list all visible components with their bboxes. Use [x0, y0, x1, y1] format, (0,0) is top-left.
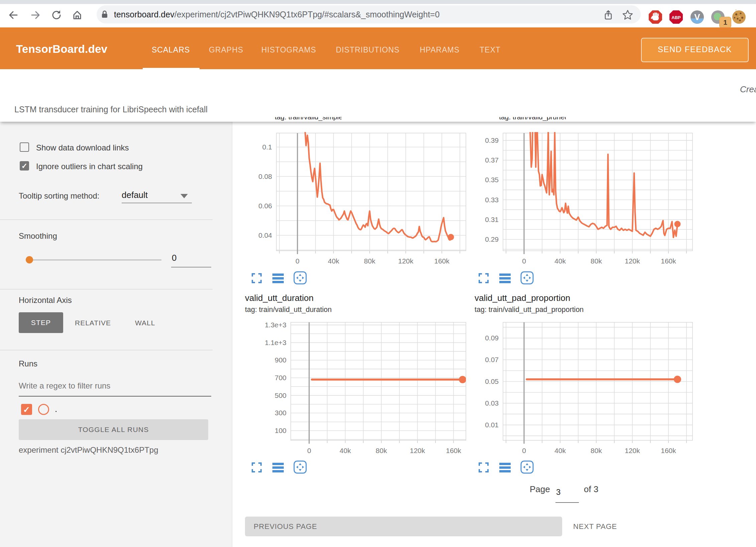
svg-text:1.3e+3: 1.3e+3	[265, 321, 286, 329]
send-feedback-button[interactable]: SEND FEEDBACK	[641, 38, 749, 62]
tab-distributions[interactable]: DISTRIBUTIONS	[336, 45, 400, 54]
settings-sidebar	[0, 122, 232, 547]
runs-selector-icon[interactable]	[272, 462, 284, 472]
svg-text:0.08: 0.08	[258, 173, 272, 180]
runs-selector-icon[interactable]	[499, 273, 511, 283]
svg-text:120k: 120k	[625, 257, 640, 265]
show-download-links-label: Show data download links	[36, 143, 129, 152]
browser-tab-strip	[0, 0, 756, 4]
runs-selector-icon[interactable]	[499, 462, 511, 472]
divider	[0, 219, 213, 220]
tooltip-sorting-dropdown[interactable]: default	[122, 190, 148, 200]
runs-selector-icon[interactable]	[272, 273, 284, 283]
svg-text:120k: 120k	[625, 447, 640, 454]
chart-title: valid_utt_pad_proportion	[475, 293, 570, 303]
next-page-button[interactable]: NEXT PAGE	[573, 517, 617, 536]
run-name-label: .	[55, 404, 57, 414]
svg-text:0.03: 0.03	[485, 399, 499, 407]
app-logo[interactable]: TensorBoard.dev	[16, 43, 107, 56]
back-icon[interactable]	[7, 9, 19, 21]
abp-extension-icon[interactable]: ABP	[669, 10, 683, 24]
svg-text:1.1e+3: 1.1e+3	[265, 339, 286, 346]
home-icon[interactable]	[71, 9, 83, 21]
chart-valid-utt-duration[interactable]: 1003005007009001.1e+31.3e+3040k80k120k16…	[245, 318, 471, 459]
forward-icon[interactable]	[30, 9, 42, 21]
fit-domain-icon[interactable]	[520, 271, 534, 285]
page-total-label: of 3	[584, 484, 598, 495]
show-download-links-checkbox[interactable]	[20, 142, 29, 152]
chart-valid-utt-pad-proportion[interactable]: 0.010.030.050.070.09040k80k120k160k	[472, 318, 698, 459]
svg-text:0: 0	[295, 257, 299, 265]
svg-text:0.06: 0.06	[258, 202, 272, 210]
tab-graphs[interactable]: GRAPHS	[209, 45, 243, 54]
ignore-outliers-checkbox[interactable]	[20, 161, 29, 171]
cropped-chart-tag-2: tag: train/valid_pruned_loss	[499, 117, 566, 122]
tab-text[interactable]: TEXT	[480, 45, 501, 54]
lock-icon	[100, 10, 109, 19]
experiment-id-label: experiment cj2vtPiwQHKN9Q1tx6PTpg	[19, 445, 158, 455]
tab-histograms[interactable]: HISTOGRAMS	[261, 45, 316, 54]
share-icon[interactable]	[603, 9, 614, 21]
fit-domain-icon[interactable]	[293, 460, 307, 474]
fit-domain-icon[interactable]	[293, 271, 307, 285]
svg-text:700: 700	[275, 374, 286, 381]
adblock-extension-icon[interactable]	[648, 10, 663, 24]
expand-chart-icon[interactable]	[479, 462, 489, 472]
expand-chart-icon[interactable]	[479, 273, 489, 283]
svg-text:900: 900	[275, 356, 286, 364]
url-text[interactable]: tensorboard.dev/experiment/cj2vtPiwQHKN9…	[114, 10, 439, 19]
svg-text:0.31: 0.31	[485, 216, 499, 223]
page-number-input[interactable]: 3	[556, 487, 560, 497]
cookie-extension-icon[interactable]	[732, 10, 746, 24]
svg-text:80k: 80k	[591, 257, 602, 265]
svg-text:80k: 80k	[591, 447, 602, 454]
tensorboard-page: tensorboard.dev/experiment/cj2vtPiwQHKN9…	[0, 0, 756, 547]
svg-text:160k: 160k	[661, 447, 676, 454]
smoothing-slider-thumb[interactable]	[26, 256, 33, 263]
bookmark-star-icon[interactable]	[622, 9, 633, 21]
expand-chart-icon[interactable]	[252, 273, 262, 283]
axis-step-button[interactable]: STEP	[19, 312, 63, 333]
run-color-swatch	[38, 404, 49, 415]
chart-valid-pruned-loss[interactable]: 0.290.310.330.350.370.39040k80k120k160k	[472, 122, 698, 274]
svg-text:0: 0	[307, 447, 311, 454]
axis-wall-button[interactable]: WALL	[135, 319, 155, 327]
svg-text:0.04: 0.04	[258, 231, 272, 239]
experiment-info-band: Crea LSTM transducer training for LibriS…	[0, 69, 756, 122]
svg-text:0.01: 0.01	[485, 421, 499, 429]
svg-text:120k: 120k	[398, 257, 413, 265]
url-path: /experiment/cj2vtPiwQHKN9Q1tx6PTpg/#scal…	[174, 10, 440, 19]
vimium-extension-icon[interactable]: V	[690, 10, 705, 24]
smoothing-value-input[interactable]: 0	[172, 253, 176, 263]
svg-text:0.33: 0.33	[485, 196, 499, 204]
extension-badge: 1	[719, 17, 731, 28]
tooltip-sorting-label: Tooltip sorting method:	[19, 191, 99, 201]
page-input-underline	[555, 502, 579, 503]
svg-text:160k: 160k	[446, 447, 461, 454]
axis-relative-button[interactable]: RELATIVE	[75, 319, 111, 327]
dropdown-underline	[122, 203, 192, 203]
svg-text:100: 100	[275, 427, 286, 434]
fit-domain-icon[interactable]	[520, 460, 534, 474]
reload-icon[interactable]	[50, 9, 62, 21]
svg-text:0.09: 0.09	[485, 334, 499, 342]
previous-page-button[interactable]: PREVIOUS PAGE	[245, 517, 562, 536]
svg-text:40k: 40k	[554, 447, 566, 454]
runs-section-label: Runs	[19, 359, 37, 368]
chart-valid-simple-loss[interactable]: 0.040.060.080.1040k80k120k160k	[245, 122, 471, 274]
svg-text:0.29: 0.29	[485, 235, 499, 243]
expand-chart-icon[interactable]	[252, 462, 262, 472]
tab-hparams[interactable]: HPARAMS	[420, 45, 460, 54]
svg-text:0: 0	[522, 447, 526, 454]
svg-text:300: 300	[275, 409, 286, 417]
ignore-outliers-label: Ignore outliers in chart scaling	[36, 162, 143, 171]
smoothing-slider[interactable]	[26, 259, 161, 260]
horizontal-axis-label: Horizontal Axis	[19, 296, 72, 305]
tab-scalars[interactable]: SCALARS	[152, 45, 190, 54]
run-checkbox[interactable]	[21, 404, 32, 415]
runs-regex-input[interactable]: Write a regex to filter runs	[19, 381, 110, 391]
svg-text:500: 500	[275, 392, 286, 399]
toggle-all-runs-button[interactable]: TOGGLE ALL RUNS	[19, 419, 208, 440]
chart-tag: tag: train/valid_utt_pad_proportion	[475, 306, 584, 314]
chevron-down-icon[interactable]	[180, 194, 188, 198]
